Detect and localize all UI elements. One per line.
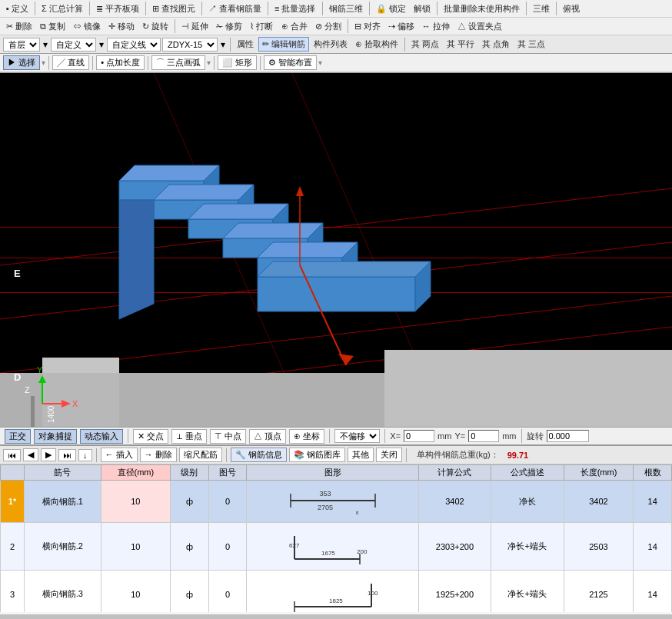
svg-line-5	[292, 73, 446, 427]
3d-viewport[interactable]: Z 1400 Y X E D	[0, 73, 672, 427]
svg-text:353: 353	[319, 490, 331, 498]
tab-pick-component[interactable]: ⊕ 拾取构件	[352, 38, 401, 51]
toolbar-setgrip[interactable]: △ 设置夹点	[454, 20, 505, 33]
svg-rect-30	[384, 350, 672, 427]
toolbar-find-elem[interactable]: ⊞ 查找图元	[149, 2, 198, 15]
toolbar-flat-board[interactable]: ≣ 平齐板项	[93, 2, 142, 15]
row-num: 3	[1, 571, 25, 613]
row-num: 1*	[1, 481, 25, 523]
x-input[interactable]	[404, 430, 434, 442]
y-input[interactable]	[468, 430, 499, 442]
toolbar-rebar-3d[interactable]: 钢筋三维	[326, 2, 366, 15]
line-type-select[interactable]: 自定义线	[107, 38, 161, 52]
btn-insert[interactable]: ← 插入	[101, 448, 138, 462]
tab-component-list[interactable]: 构件列表	[311, 38, 351, 51]
tool-pt-length[interactable]: • 点加长度	[96, 55, 145, 70]
snap-object[interactable]: 对象捕捉	[34, 429, 77, 444]
snap-vertex[interactable]: △ 顶点	[249, 429, 286, 444]
toolbar-copy[interactable]: ⧉ 复制	[37, 20, 68, 33]
btn-rebar-lib[interactable]: 📚 钢筋图库	[289, 448, 345, 462]
toolbar-split[interactable]: ⊘ 分割	[312, 20, 344, 33]
toolbar-lock[interactable]: 🔒 锁定	[373, 2, 409, 15]
toolbar-align[interactable]: ⊟ 对齐	[351, 20, 384, 33]
layer-type-select[interactable]: 自定义	[51, 38, 96, 52]
tool-select[interactable]: ▶ 选择	[3, 55, 40, 70]
svg-marker-24	[119, 200, 154, 319]
row-figure: 627 1675 200	[247, 523, 419, 571]
sep24	[96, 448, 97, 462]
btn-rebar-info[interactable]: 🔧 钢筋信息	[231, 448, 287, 462]
toolbar-stretch[interactable]: ↔ 拉伸	[419, 20, 453, 33]
tab-edit-rebar[interactable]: ✏ 编辑钢筋	[258, 37, 309, 52]
btn-three-pts[interactable]: 其 三点	[514, 38, 548, 51]
btn-other[interactable]: 其他	[348, 448, 374, 462]
toolbar-3d-view[interactable]: 三维	[530, 2, 553, 15]
btn-pt-angle[interactable]: 其 点角	[479, 38, 513, 51]
nav-prev[interactable]: ◀	[23, 448, 38, 461]
svg-marker-14	[273, 204, 288, 238]
svg-line-4	[154, 73, 308, 427]
svg-marker-21	[258, 277, 415, 311]
toolbar-mirror[interactable]: ⇔ 镜像	[70, 20, 104, 33]
toolbar-offset[interactable]: ⇢ 偏移	[385, 20, 418, 33]
toolbar-unlock[interactable]: 解锁	[411, 2, 434, 15]
tool-line[interactable]: ╱ 直线	[52, 55, 89, 70]
svg-text:627: 627	[289, 542, 300, 549]
row-rebar-name: 横向钢筋.1	[25, 481, 101, 523]
tool-smart-layout[interactable]: ⚙ 智能布置	[264, 55, 317, 70]
nav-next[interactable]: ▶	[41, 448, 56, 461]
panel-toolbar: ⏮ ◀ ▶ ⏭ ↓ ← 插入 → 删除 缩尺配筋 🔧 钢筋信息 📚 钢筋图库 其…	[0, 446, 672, 464]
snap-coord[interactable]: ⊕ 坐标	[289, 429, 324, 444]
col-header-shape: 图号	[208, 465, 247, 481]
toolbar-top-view[interactable]: 俯视	[560, 2, 583, 15]
toolbar-merge[interactable]: ⊕ 合并	[278, 20, 311, 33]
snap-orthogonal[interactable]: 正交	[5, 429, 31, 444]
btn-scale-rebar[interactable]: 缩尺配筋	[179, 448, 222, 462]
table-row[interactable]: 3 横向钢筋.3 10 ф 0 1825 100	[1, 571, 672, 613]
snap-intersect[interactable]: ✕ 交点	[133, 429, 168, 444]
toolbar-trim[interactable]: ✁ 修剪	[213, 20, 245, 33]
rebar-table-container[interactable]: 筋号 直径(mm) 级别 图号 图形 计算公式 公式描述 长度(mm) 根数 1…	[0, 464, 672, 612]
toolbar-extend[interactable]: ⊣ 延伸	[178, 20, 211, 33]
nav-first[interactable]: ⏮	[3, 449, 21, 461]
rotate-input[interactable]	[547, 430, 589, 442]
toolbar-define[interactable]: ▪ 定义	[3, 2, 32, 15]
layer-select[interactable]: 首层	[3, 38, 40, 52]
row-dia[interactable]: 10	[101, 481, 171, 523]
btn-delete-row[interactable]: → 删除	[140, 448, 177, 462]
col-header-name: 筋号	[25, 465, 101, 481]
toolbar-view-rebar[interactable]: ↗ 查看钢筋量	[205, 2, 264, 15]
line-code-select[interactable]: ZDYX-15	[162, 38, 218, 52]
svg-marker-19	[258, 242, 358, 258]
row-grade: ф	[171, 481, 209, 523]
snap-perpend[interactable]: ⊥ 垂点	[171, 429, 207, 444]
nav-down[interactable]: ↓	[78, 449, 92, 461]
svg-marker-20	[342, 242, 358, 277]
btn-close[interactable]: 关闭	[376, 448, 402, 462]
row-figure: 353 2705 ε	[247, 481, 419, 523]
toolbar-move[interactable]: ✛ 移动	[105, 20, 138, 33]
toolbar-rotate[interactable]: ↻ 旋转	[139, 20, 171, 33]
btn-parallel[interactable]: 其 平行	[444, 38, 477, 51]
row-dia[interactable]: 10	[101, 571, 171, 613]
svg-marker-22	[258, 261, 431, 277]
snap-midpt[interactable]: ⊤ 中点	[210, 429, 246, 444]
row-dia[interactable]: 10	[101, 523, 171, 571]
offset-select[interactable]: 不偏移	[334, 429, 380, 443]
row-shape-num: 0	[208, 571, 247, 613]
btn-two-pts[interactable]: 其 两点	[408, 38, 442, 51]
y-label: Y=	[454, 431, 465, 441]
toolbar-batch-select[interactable]: ≡ 批量选择	[271, 2, 318, 15]
tool-rect[interactable]: ⬜ 矩形	[218, 55, 257, 70]
tab-property[interactable]: 属性	[234, 38, 257, 51]
nav-last[interactable]: ⏭	[58, 449, 76, 461]
table-row[interactable]: 2 横向钢筋.2 10 ф 0 627 1675 200	[1, 523, 672, 571]
snap-dynamic[interactable]: 动态输入	[80, 429, 123, 444]
toolbar-batch-delete[interactable]: 批量删除未使用构件	[441, 2, 523, 15]
svg-marker-12	[188, 219, 273, 238]
toolbar-sum-calc[interactable]: Σ 汇总计算	[38, 2, 86, 15]
table-row[interactable]: 1* 横向钢筋.1 10 ф 0 353 2705	[1, 481, 672, 523]
toolbar-break[interactable]: ⌇ 打断	[247, 20, 276, 33]
toolbar-delete[interactable]: ✂ 删除	[3, 20, 35, 33]
tool-arc[interactable]: ⌒ 三点画弧	[151, 55, 205, 70]
